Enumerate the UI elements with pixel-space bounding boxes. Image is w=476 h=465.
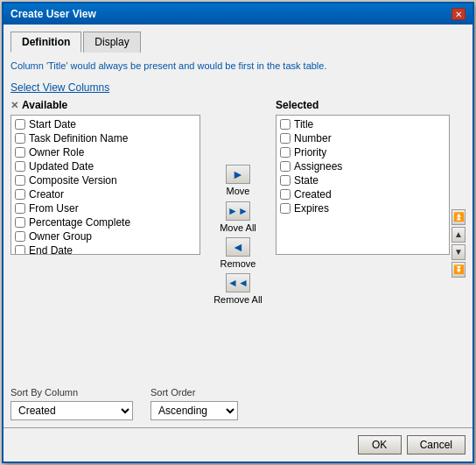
remove-label: Remove <box>220 258 256 270</box>
list-item[interactable]: Start Date <box>13 117 198 131</box>
selected-item-label-2: Priority <box>294 146 326 159</box>
available-item-label-5: Creator <box>29 188 64 201</box>
remove-button[interactable]: ◄ <box>226 237 250 257</box>
available-item-checkbox-4[interactable] <box>15 175 25 186</box>
available-item-label-2: Owner Role <box>29 146 84 159</box>
available-item-label-7: Percentage Complete <box>29 216 130 229</box>
sort-by-column-label: Sort By Column <box>10 387 133 398</box>
available-item-checkbox-5[interactable] <box>15 189 25 200</box>
available-item-checkbox-0[interactable] <box>15 119 25 130</box>
available-item-checkbox-2[interactable] <box>15 147 25 158</box>
dialog-body: Definition Display Column 'Title' would … <box>4 25 472 427</box>
selected-item-label-3: Assignees <box>294 160 342 173</box>
selected-item-checkbox-3[interactable] <box>280 161 290 172</box>
available-item-checkbox-1[interactable] <box>15 133 25 144</box>
sort-order-group: Sort Order Ascending Descending <box>150 387 238 420</box>
cancel-button[interactable]: Cancel <box>407 435 466 454</box>
list-item[interactable]: Created <box>278 187 447 201</box>
move-label: Move <box>227 186 250 197</box>
move-up-button[interactable]: ▲ <box>452 227 466 243</box>
available-list[interactable]: Start Date Task Definition Name Owner Ro… <box>10 115 200 255</box>
available-item-label-9: End Date <box>29 244 73 255</box>
move-button[interactable]: ► <box>226 165 250 184</box>
available-item-checkbox-6[interactable] <box>15 203 25 214</box>
list-item[interactable]: Updated Date <box>13 159 198 173</box>
selected-list[interactable]: Title Number Priority Assignees <box>276 115 450 255</box>
selected-item-checkbox-5[interactable] <box>280 189 290 200</box>
available-item-checkbox-7[interactable] <box>15 217 25 228</box>
available-panel: ✕ Available Start Date Task Definition N… <box>10 99 200 371</box>
available-header: ✕ Available <box>10 99 200 111</box>
create-user-view-dialog: Create User View ✕ Definition Display Co… <box>2 2 474 463</box>
list-item[interactable]: Creator <box>13 187 198 201</box>
remove-all-button[interactable]: ◄◄ <box>226 273 250 292</box>
title-bar: Create User View ✕ <box>4 4 472 25</box>
move-bottom-button[interactable]: ⏬ <box>452 262 466 278</box>
available-item-checkbox-3[interactable] <box>15 161 25 172</box>
selected-item-checkbox-1[interactable] <box>280 133 290 144</box>
section-label[interactable]: Select View Columns <box>10 81 466 94</box>
selected-item-label-4: State <box>294 174 318 187</box>
sort-by-column-wrapper: Created Start Date Task Definition Name … <box>10 401 133 420</box>
list-item[interactable]: Composite Version <box>13 173 198 187</box>
move-top-button[interactable]: ⏫ <box>452 209 466 225</box>
sort-order-select[interactable]: Ascending Descending <box>150 401 238 420</box>
selected-item-checkbox-0[interactable] <box>280 119 290 130</box>
available-item-label-4: Composite Version <box>29 174 117 187</box>
tab-display[interactable]: Display <box>83 32 140 53</box>
list-item[interactable]: End Date <box>13 243 198 255</box>
selected-item-label-5: Created <box>294 188 332 201</box>
list-item[interactable]: Task Definition Name <box>13 131 198 145</box>
list-item[interactable]: Percentage Complete <box>13 215 198 229</box>
list-item[interactable]: Expires <box>278 201 447 215</box>
move-buttons-panel: ► Move ►► Move All ◄ Remove ◄◄ Remove Al… <box>207 99 269 371</box>
available-item-label-6: From User <box>29 202 79 215</box>
selected-item-label-1: Number <box>294 132 332 144</box>
selected-panel: Selected Title Number <box>276 99 466 371</box>
columns-area: ✕ Available Start Date Task Definition N… <box>10 99 466 371</box>
dialog-footer: OK Cancel <box>4 427 472 461</box>
available-item-label-8: Owner Group <box>29 230 92 243</box>
ok-button[interactable]: OK <box>358 435 402 454</box>
sort-by-column-select[interactable]: Created Start Date Task Definition Name … <box>10 401 133 420</box>
selected-item-label-0: Title <box>294 118 313 130</box>
selected-item-checkbox-4[interactable] <box>280 175 290 186</box>
list-item[interactable]: Owner Group <box>13 229 198 243</box>
selected-header: Selected <box>276 99 466 111</box>
dialog-title: Create User View <box>10 8 96 20</box>
list-item[interactable]: Title <box>278 117 447 131</box>
list-item[interactable]: Assignees <box>278 159 447 173</box>
move-all-button[interactable]: ►► <box>226 201 250 221</box>
available-item-label-0: Start Date <box>29 118 76 130</box>
selected-item-label-6: Expires <box>294 202 329 215</box>
list-item[interactable]: Number <box>278 131 447 145</box>
list-item[interactable]: Owner Role <box>13 145 198 159</box>
move-all-label: Move All <box>220 222 256 234</box>
move-down-button[interactable]: ▼ <box>452 244 466 260</box>
sort-order-label: Sort Order <box>150 387 238 398</box>
remove-all-label: Remove All <box>214 294 262 306</box>
available-item-checkbox-8[interactable] <box>15 231 25 242</box>
selected-item-checkbox-2[interactable] <box>280 147 290 158</box>
list-item[interactable]: State <box>278 173 447 187</box>
tab-bar: Definition Display <box>10 32 466 53</box>
info-text: Column 'Title' would always be present a… <box>10 60 466 73</box>
tab-definition[interactable]: Definition <box>10 32 81 53</box>
selected-item-checkbox-6[interactable] <box>280 203 290 214</box>
available-item-label-1: Task Definition Name <box>29 132 128 144</box>
list-item[interactable]: From User <box>13 201 198 215</box>
reorder-arrows: ⏫ ▲ ▼ ⏬ <box>452 115 466 371</box>
sort-area: Sort By Column Created Start Date Task D… <box>10 387 466 420</box>
list-item[interactable]: Priority <box>278 145 447 159</box>
available-item-label-3: Updated Date <box>29 160 94 173</box>
available-item-checkbox-9[interactable] <box>15 245 25 255</box>
sort-order-wrapper: Ascending Descending <box>150 401 238 420</box>
close-button[interactable]: ✕ <box>452 8 466 20</box>
sort-by-column-group: Sort By Column Created Start Date Task D… <box>10 387 133 420</box>
